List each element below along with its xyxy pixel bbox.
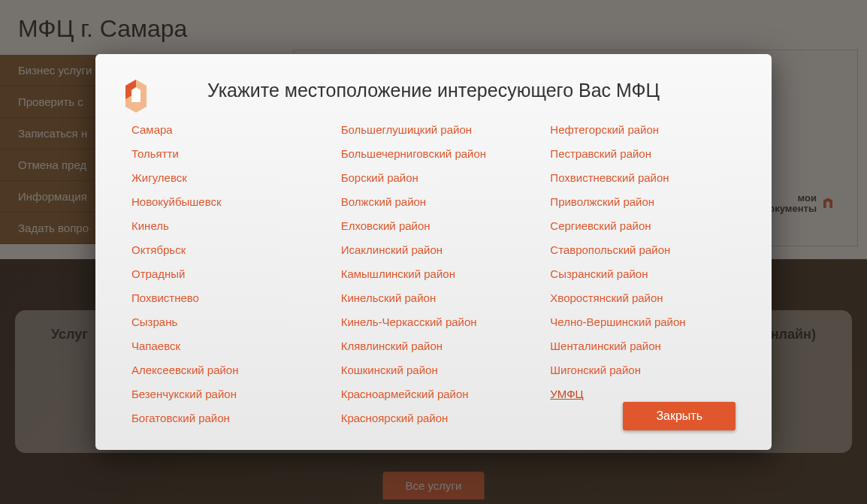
location-link[interactable]: Большеглушицкий район (341, 121, 527, 139)
location-link[interactable]: Отрадный (131, 265, 317, 283)
location-link[interactable]: Большечерниговский район (341, 145, 527, 163)
location-link[interactable]: Сергиевский район (550, 217, 736, 235)
location-link[interactable]: Богатовский район (131, 409, 317, 427)
location-link[interactable]: Тольятти (131, 145, 317, 163)
location-link[interactable]: Сызранский район (550, 265, 736, 283)
location-link[interactable]: Камышлинский район (341, 265, 527, 283)
location-link[interactable]: Клявлинский район (341, 337, 527, 355)
mfc-logo-icon (121, 77, 151, 113)
location-link[interactable]: Красноярский район (341, 409, 527, 427)
location-link[interactable]: Самара (131, 121, 317, 139)
location-link[interactable]: Красноармейский район (341, 385, 527, 403)
location-link[interactable]: Ставропольский район (550, 241, 736, 259)
location-link[interactable]: Безенчукский район (131, 385, 317, 403)
location-link[interactable]: Елховский район (341, 217, 527, 235)
location-link[interactable]: Похвистневский район (550, 169, 736, 187)
location-link[interactable]: Октябрьск (131, 241, 317, 259)
location-link[interactable]: Исаклинский район (341, 241, 527, 259)
location-link[interactable]: Кинель-Черкасский район (341, 313, 527, 331)
location-link[interactable]: Новокуйбышевск (131, 193, 317, 211)
location-link[interactable]: Хворостянский район (550, 289, 736, 307)
location-link[interactable]: Кинель (131, 217, 317, 235)
location-link[interactable]: Борский район (341, 169, 527, 187)
location-link[interactable]: Челно-Вершинский район (550, 313, 736, 331)
location-col-2: Большеглушицкий район Большечерниговский… (341, 121, 527, 427)
location-link[interactable]: Волжский район (341, 193, 527, 211)
location-columns: Самара Тольятти Жигулевск Новокуйбышевск… (131, 121, 736, 427)
location-link[interactable]: Чапаевск (131, 337, 317, 355)
location-link[interactable]: Алексеевский район (131, 361, 317, 379)
location-link[interactable]: Пестравский район (550, 145, 736, 163)
location-col-1: Самара Тольятти Жигулевск Новокуйбышевск… (131, 121, 317, 427)
location-col-3: Нефтегорский район Пестравский район Пох… (550, 121, 736, 427)
location-link[interactable]: Кинельский район (341, 289, 527, 307)
location-link[interactable]: Сызрань (131, 313, 317, 331)
modal-overlay[interactable]: Укажите местоположение интересующего Вас… (0, 0, 867, 504)
modal-title: Укажите местоположение интересующего Вас… (131, 80, 736, 101)
close-button[interactable]: Закрыть (623, 402, 736, 430)
location-link-umfc[interactable]: УМФЦ (550, 385, 736, 403)
location-link[interactable]: Похвистнево (131, 289, 317, 307)
location-link[interactable]: Шигонский район (550, 361, 736, 379)
location-link[interactable]: Шенталинский район (550, 337, 736, 355)
location-link[interactable]: Жигулевск (131, 169, 317, 187)
location-link[interactable]: Нефтегорский район (550, 121, 736, 139)
location-link[interactable]: Кошкинский район (341, 361, 527, 379)
location-link[interactable]: Приволжский район (550, 193, 736, 211)
location-modal: Укажите местоположение интересующего Вас… (95, 54, 772, 450)
